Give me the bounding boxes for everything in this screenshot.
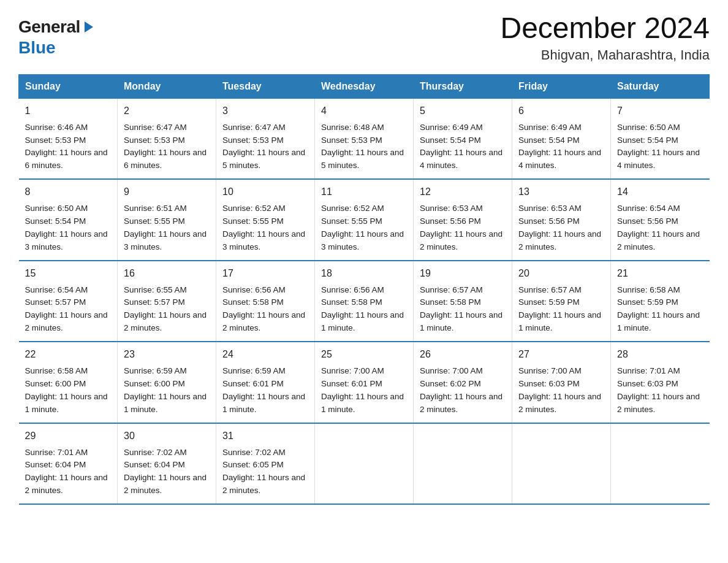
sunset-text: Sunset: 5:53 PM (25, 136, 86, 145)
sunrise-text: Sunrise: 7:01 AM (617, 366, 680, 375)
day-number: 16 (124, 266, 210, 282)
calendar-cell: 11Sunrise: 6:52 AMSunset: 5:55 PMDayligh… (315, 179, 414, 260)
day-number: 20 (518, 266, 604, 282)
daylight-text: Daylight: 11 hours and 2 minutes. (25, 310, 108, 332)
daylight-text: Daylight: 11 hours and 4 minutes. (420, 148, 502, 170)
daylight-text: Daylight: 11 hours and 2 minutes. (222, 310, 305, 332)
calendar-cell: 24Sunrise: 6:59 AMSunset: 6:01 PMDayligh… (216, 342, 315, 423)
daylight-text: Daylight: 11 hours and 1 minute. (518, 310, 601, 332)
daylight-text: Daylight: 11 hours and 1 minute. (617, 310, 700, 332)
day-header-wednesday: Wednesday (315, 74, 414, 98)
calendar-cell (512, 423, 611, 504)
sunset-text: Sunset: 6:03 PM (617, 379, 678, 388)
daylight-text: Daylight: 11 hours and 2 minutes. (518, 392, 601, 414)
day-number: 22 (25, 347, 112, 362)
sunset-text: Sunset: 5:55 PM (321, 216, 382, 226)
day-number: 29 (25, 429, 112, 444)
sunset-text: Sunset: 5:58 PM (321, 297, 382, 307)
daylight-text: Daylight: 11 hours and 2 minutes. (124, 310, 207, 332)
calendar-cell: 27Sunrise: 7:00 AMSunset: 6:03 PMDayligh… (512, 342, 611, 423)
day-header-monday: Monday (118, 74, 216, 98)
sunrise-text: Sunrise: 6:54 AM (617, 204, 680, 213)
sunset-text: Sunset: 5:56 PM (420, 216, 481, 226)
daylight-text: Daylight: 11 hours and 2 minutes. (420, 392, 502, 414)
calendar-week-row: 8Sunrise: 6:50 AMSunset: 5:54 PMDaylight… (19, 179, 710, 260)
daylight-text: Daylight: 11 hours and 3 minutes. (321, 229, 404, 251)
calendar-cell: 22Sunrise: 6:58 AMSunset: 6:00 PMDayligh… (19, 342, 118, 423)
calendar-cell: 3Sunrise: 6:47 AMSunset: 5:53 PMDaylight… (216, 98, 315, 179)
sunrise-text: Sunrise: 6:59 AM (222, 366, 286, 375)
sunrise-text: Sunrise: 6:50 AM (617, 123, 680, 132)
sunset-text: Sunset: 5:57 PM (25, 297, 86, 307)
calendar-cell: 8Sunrise: 6:50 AMSunset: 5:54 PMDaylight… (19, 179, 118, 260)
daylight-text: Daylight: 11 hours and 1 minute. (321, 392, 404, 414)
daylight-text: Daylight: 11 hours and 2 minutes. (124, 473, 207, 495)
logo-arrow-icon (82, 20, 96, 34)
sunrise-text: Sunrise: 6:56 AM (222, 285, 286, 294)
logo-general-text: General (18, 17, 80, 37)
daylight-text: Daylight: 11 hours and 3 minutes. (124, 229, 207, 251)
sunset-text: Sunset: 6:05 PM (222, 460, 284, 469)
day-number: 17 (222, 266, 308, 282)
calendar-cell: 26Sunrise: 7:00 AMSunset: 6:02 PMDayligh… (414, 342, 512, 423)
calendar-cell: 10Sunrise: 6:52 AMSunset: 5:55 PMDayligh… (216, 179, 315, 260)
calendar-cell: 25Sunrise: 7:00 AMSunset: 6:01 PMDayligh… (315, 342, 414, 423)
daylight-text: Daylight: 11 hours and 1 minute. (222, 392, 305, 414)
logo-line1: General (18, 17, 96, 37)
sunrise-text: Sunrise: 6:55 AM (124, 285, 187, 294)
sunrise-text: Sunrise: 6:56 AM (321, 285, 384, 294)
calendar-cell: 7Sunrise: 6:50 AMSunset: 5:54 PMDaylight… (611, 98, 710, 179)
sunrise-text: Sunrise: 6:49 AM (518, 123, 582, 132)
day-header-thursday: Thursday (414, 74, 512, 98)
sunset-text: Sunset: 6:04 PM (25, 460, 86, 469)
calendar-week-row: 29Sunrise: 7:01 AMSunset: 6:04 PMDayligh… (19, 423, 710, 504)
sunrise-text: Sunrise: 6:53 AM (420, 204, 483, 213)
sunrise-text: Sunrise: 6:47 AM (222, 123, 286, 132)
day-number: 14 (617, 185, 703, 200)
day-number: 30 (124, 429, 210, 444)
svg-marker-0 (85, 21, 93, 33)
sunset-text: Sunset: 5:56 PM (617, 216, 678, 226)
calendar-cell: 29Sunrise: 7:01 AMSunset: 6:04 PMDayligh… (19, 423, 118, 504)
sunset-text: Sunset: 5:54 PM (420, 136, 481, 145)
daylight-text: Daylight: 11 hours and 6 minutes. (25, 148, 108, 170)
calendar-cell: 9Sunrise: 6:51 AMSunset: 5:55 PMDaylight… (118, 179, 216, 260)
calendar-cell: 16Sunrise: 6:55 AMSunset: 5:57 PMDayligh… (118, 261, 216, 342)
sunset-text: Sunset: 5:55 PM (222, 216, 284, 226)
sunset-text: Sunset: 5:54 PM (617, 136, 678, 145)
calendar-cell: 20Sunrise: 6:57 AMSunset: 5:59 PMDayligh… (512, 261, 611, 342)
calendar-cell: 28Sunrise: 7:01 AMSunset: 6:03 PMDayligh… (611, 342, 710, 423)
day-number: 4 (321, 104, 407, 119)
sunrise-text: Sunrise: 6:52 AM (321, 204, 384, 213)
daylight-text: Daylight: 11 hours and 2 minutes. (420, 229, 502, 251)
day-number: 1 (25, 104, 112, 119)
day-number: 31 (222, 429, 308, 444)
day-number: 28 (617, 347, 703, 362)
location-subtitle: Bhigvan, Maharashtra, India (500, 47, 710, 63)
day-number: 3 (222, 104, 308, 119)
calendar-cell: 19Sunrise: 6:57 AMSunset: 5:58 PMDayligh… (414, 261, 512, 342)
calendar-table: SundayMondayTuesdayWednesdayThursdayFrid… (18, 74, 710, 505)
day-number: 25 (321, 347, 407, 362)
day-number: 27 (518, 347, 604, 362)
day-number: 10 (222, 185, 308, 200)
day-number: 13 (518, 185, 604, 200)
calendar-cell: 1Sunrise: 6:46 AMSunset: 5:53 PMDaylight… (19, 98, 118, 179)
sunrise-text: Sunrise: 6:53 AM (518, 204, 582, 213)
calendar-cell: 4Sunrise: 6:48 AMSunset: 5:53 PMDaylight… (315, 98, 414, 179)
daylight-text: Daylight: 11 hours and 3 minutes. (25, 229, 108, 251)
sunset-text: Sunset: 5:53 PM (124, 136, 185, 145)
sunrise-text: Sunrise: 6:57 AM (420, 285, 483, 294)
daylight-text: Daylight: 11 hours and 2 minutes. (222, 473, 305, 495)
calendar-cell: 14Sunrise: 6:54 AMSunset: 5:56 PMDayligh… (611, 179, 710, 260)
sunset-text: Sunset: 5:56 PM (518, 216, 580, 226)
calendar-cell: 18Sunrise: 6:56 AMSunset: 5:58 PMDayligh… (315, 261, 414, 342)
daylight-text: Daylight: 11 hours and 2 minutes. (617, 392, 700, 414)
calendar-cell: 6Sunrise: 6:49 AMSunset: 5:54 PMDaylight… (512, 98, 611, 179)
logo-line2: Blue (18, 38, 96, 58)
sunrise-text: Sunrise: 7:02 AM (222, 448, 286, 457)
sunrise-text: Sunrise: 7:00 AM (321, 366, 384, 375)
calendar-cell: 5Sunrise: 6:49 AMSunset: 5:54 PMDaylight… (414, 98, 512, 179)
daylight-text: Daylight: 11 hours and 1 minute. (25, 392, 108, 414)
day-number: 11 (321, 185, 407, 200)
